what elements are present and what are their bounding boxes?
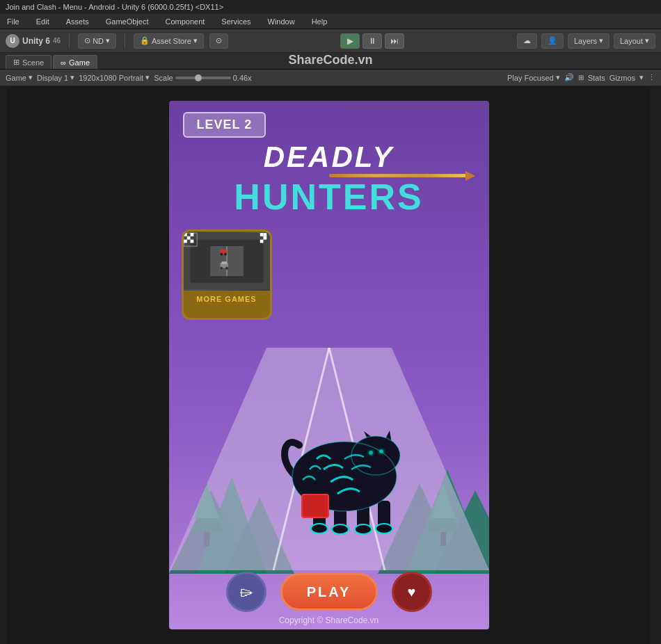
asset-store-button[interactable]: 🔒 Asset Store ▾ <box>134 33 204 49</box>
phone-screen: LEVEL 2 DEADLY HUNTERS <box>169 101 489 629</box>
right-sidebar <box>651 86 661 644</box>
pause-button[interactable]: ⏸ <box>363 33 382 49</box>
scale-thumb <box>195 74 202 81</box>
panther <box>268 400 421 539</box>
copyright-label: Copyright © ShareCode.vn <box>279 615 379 625</box>
game-toolbar: Game ▾ Display 1 ▾ 1920x1080 Portrait ▾ … <box>0 70 661 86</box>
play-icon: ▶ <box>347 36 353 46</box>
toolbar-divider-2 <box>125 34 125 48</box>
copyright-text: Copyright © ShareCode.vn <box>169 615 489 625</box>
nd-button[interactable]: ⊙ ND ▾ <box>78 33 116 49</box>
asset-store-label: Asset Store <box>152 37 191 45</box>
scale-item: Scale 0.46x <box>154 74 251 82</box>
layout-button[interactable]: Layout ▾ <box>614 33 655 49</box>
play-focused-chevron: ▾ <box>556 73 560 82</box>
account-icon: 👤 <box>548 36 557 45</box>
svg-rect-29 <box>190 233 193 236</box>
menu-bar: File Edit Assets GameObject Component Se… <box>0 14 661 29</box>
svg-rect-20 <box>221 261 227 264</box>
asset-store-chevron: ▾ <box>193 36 198 45</box>
play-game-button[interactable]: PLAY <box>280 573 378 611</box>
left-sidebar <box>0 86 7 644</box>
menu-help[interactable]: Help <box>309 16 330 27</box>
stats-label[interactable]: Stats <box>588 74 605 82</box>
display-item[interactable]: Display 1 ▾ <box>37 73 74 82</box>
cloud-icon: ☁ <box>523 36 531 45</box>
share-button[interactable]: ⌲ <box>226 572 266 612</box>
toolbar-stats-icon[interactable]: ⊞ <box>578 74 584 81</box>
tab-game[interactable]: ∞ Game <box>53 55 97 69</box>
resolution-chevron: ▾ <box>145 73 150 82</box>
play-focused-item[interactable]: Play Focused ▾ <box>507 73 560 82</box>
menu-gameobject[interactable]: GameObject <box>103 16 152 27</box>
display-chevron: ▾ <box>70 73 74 82</box>
level-text: LEVEL 2 <box>197 118 253 131</box>
hunters-title: HUNTERS <box>169 179 489 215</box>
pause-icon: ⏸ <box>368 36 376 46</box>
unity-icon: U <box>6 34 19 48</box>
heart-button[interactable]: ♥ <box>392 572 432 612</box>
game-title: DEADLY HUNTERS <box>169 143 489 215</box>
svg-rect-28 <box>186 236 190 240</box>
nd-label: ND <box>93 37 104 45</box>
scale-label: Scale <box>154 74 173 82</box>
scale-slider[interactable] <box>175 77 231 79</box>
step-icon: ⏭ <box>390 36 399 46</box>
svg-point-24 <box>220 253 223 256</box>
menu-component[interactable]: Component <box>162 16 207 27</box>
tab-scene[interactable]: ⊞ Scene <box>6 55 51 69</box>
layout-label: Layout <box>620 37 643 45</box>
more-games-image <box>184 232 270 291</box>
more-options-icon[interactable]: ⋮ <box>648 73 655 82</box>
more-games-panel[interactable]: MORE GAMES <box>182 230 272 320</box>
play-button[interactable]: ▶ <box>340 33 360 49</box>
menu-services[interactable]: Services <box>218 16 253 27</box>
unity-version-label: Unity 6 <box>22 36 50 46</box>
cloud-button[interactable]: ☁ <box>517 33 537 49</box>
game-label-item: Game ▾ <box>6 73 33 82</box>
thumbnail-svg <box>184 232 270 291</box>
svg-rect-35 <box>260 240 263 243</box>
menu-window[interactable]: Window <box>265 16 298 27</box>
svg-point-21 <box>220 267 223 270</box>
svg-point-56 <box>369 451 373 455</box>
layers-label: Layers <box>574 37 597 45</box>
window-title: Join and Clash - Menu - Android - Unity … <box>6 3 223 11</box>
gizmos-label[interactable]: Gizmos <box>610 74 635 82</box>
play-focused-label: Play Focused <box>507 74 554 82</box>
tab-bar: ⊞ Scene ∞ Game <box>0 53 661 70</box>
game-tab-label: Game <box>69 58 90 67</box>
resolution-label: 1920x1080 Portrait <box>79 74 143 82</box>
main-toolbar: U Unity 6 46 ⊙ ND ▾ 🔒 Asset Store ▾ ⊙ ▶ … <box>0 29 661 53</box>
clock-icon: ⊙ <box>216 36 222 45</box>
layers-chevron: ▾ <box>599 36 603 45</box>
nd-chevron: ▾ <box>106 36 110 45</box>
svg-rect-27 <box>184 233 187 236</box>
display-label: Display 1 <box>37 74 68 82</box>
level-badge: LEVEL 2 <box>183 112 266 138</box>
nd-icon: ⊙ <box>84 36 90 45</box>
scale-value: 0.46x <box>233 74 252 82</box>
more-games-label: MORE GAMES <box>184 291 270 307</box>
weapon-block <box>301 494 329 518</box>
svg-rect-30 <box>184 240 187 243</box>
toolbar-mute-icon[interactable]: 🔊 <box>564 73 574 82</box>
layers-button[interactable]: Layers ▾ <box>568 33 610 49</box>
clock-button[interactable]: ⊙ <box>209 33 228 49</box>
share-icon: ⌲ <box>239 584 253 600</box>
menu-file[interactable]: File <box>4 16 22 27</box>
step-button[interactable]: ⏭ <box>385 33 404 49</box>
title-bar: Join and Clash - Menu - Android - Unity … <box>0 0 661 14</box>
menu-edit[interactable]: Edit <box>33 16 52 27</box>
scene-tab-label: Scene <box>22 58 44 67</box>
main-area: LEVEL 2 DEADLY HUNTERS <box>0 86 661 644</box>
bottom-buttons: ⌲ PLAY ♥ <box>169 572 489 612</box>
account-button[interactable]: 👤 <box>541 33 564 49</box>
svg-point-22 <box>225 267 228 270</box>
layout-chevron: ▾ <box>645 36 649 45</box>
resolution-item[interactable]: 1920x1080 Portrait ▾ <box>79 73 150 82</box>
menu-assets[interactable]: Assets <box>63 16 92 27</box>
game-chevron: ▾ <box>29 73 33 82</box>
svg-point-25 <box>224 253 227 256</box>
panther-svg <box>268 400 421 539</box>
